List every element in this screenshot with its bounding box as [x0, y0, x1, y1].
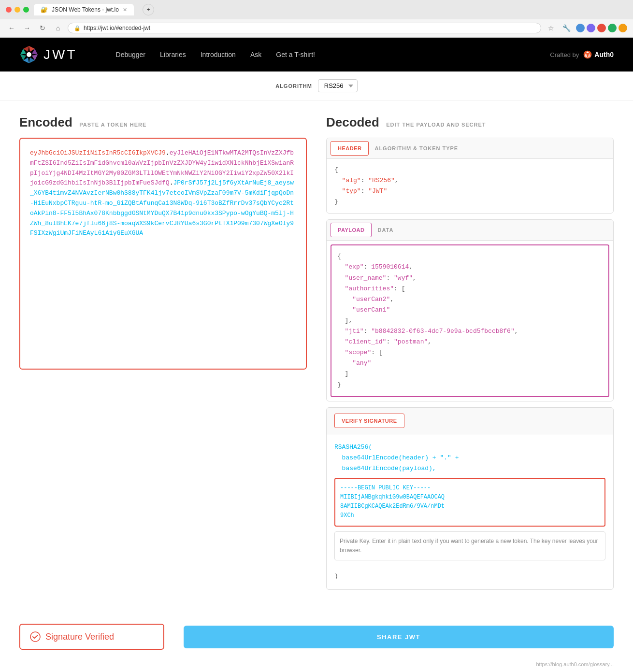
payload-auth-close: ],	[337, 317, 352, 324]
encoded-section: Encoded PASTE A TOKEN HERE eyJhbGciOiJSU…	[19, 115, 307, 590]
signature-verified-label: Signature Verified	[45, 632, 114, 642]
decoded-section-header: Decoded EDIT THE PAYLOAD AND SECRET	[326, 115, 614, 130]
key-line2: MIIBIjANBgkqhkiG9w0BAQEFAAOCAQ	[340, 494, 445, 500]
verify-section: VERIFY SIGNATURE RSASHA256( base64UrlEnc…	[326, 407, 614, 590]
auth0-text: Auth0	[594, 51, 614, 58]
browser-nav: ← → ↻ ⌂ 🔒 https://jwt.io/#encoded-jwt ☆ …	[0, 19, 633, 37]
nav-debugger[interactable]: Debugger	[116, 51, 146, 58]
refresh-btn[interactable]: ↻	[37, 22, 48, 34]
auth0-icon	[583, 50, 592, 59]
header-panel-content[interactable]: { "alg": "RS256", "typ": "JWT" }	[327, 159, 613, 213]
header-tab-bar: HEADER ALGORITHM & TOKEN TYPE	[327, 138, 613, 159]
payload-scope-val: "any"	[337, 359, 371, 367]
dot-1: .	[166, 149, 170, 157]
nav-libraries[interactable]: Libraries	[160, 51, 186, 58]
key-line4: 9XCh	[340, 512, 354, 519]
ext-icon-1	[576, 24, 585, 32]
header-json-brace-close: }	[334, 198, 338, 205]
new-tab-btn[interactable]: +	[143, 4, 154, 15]
decoded-subtitle: EDIT THE PAYLOAD AND SECRET	[386, 122, 486, 128]
minimize-window-btn[interactable]	[14, 7, 20, 13]
encoded-section-header: Encoded PASTE A TOKEN HERE	[19, 115, 307, 130]
forward-btn[interactable]: →	[21, 22, 33, 34]
jwt-nav-links: Debugger Libraries Introduction Ask Get …	[116, 51, 550, 58]
verify-note: Private Key. Enter it in plain text only…	[334, 531, 605, 560]
browser-titlebar: 🔐 JSON Web Tokens - jwt.io ✕ +	[0, 0, 633, 19]
ext-icon-2	[587, 24, 595, 32]
encoded-subtitle: PASTE A TOKEN HERE	[79, 122, 146, 128]
ext-icon-3	[597, 24, 606, 32]
payload-tab-subtitle: DATA	[374, 227, 393, 233]
payload-content-box[interactable]: { "exp": 1559010614, "user_name": "wyf",…	[331, 244, 609, 397]
extensions-btn[interactable]: 🔧	[561, 22, 572, 34]
payload-open-brace: {	[337, 253, 341, 260]
rsasha-fn: RSASHA256(	[334, 443, 372, 451]
payload-jti: "jti": "b8842832-0f63-4dc7-9e9a-bcd5fbcc…	[337, 328, 518, 335]
bookmark-btn[interactable]: ☆	[545, 22, 557, 34]
verify-header-bar: VERIFY SIGNATURE	[327, 408, 613, 434]
verify-line2: base64UrlEncode(payload),	[334, 465, 436, 472]
tab-title: JSON Web Tokens - jwt.io	[52, 6, 119, 13]
ext-icon-5	[619, 24, 627, 32]
jwt-navbar: JWT Debugger Libraries Introduction Ask …	[0, 38, 633, 71]
checkmark-icon	[30, 631, 41, 642]
share-jwt-btn[interactable]: SHARE JWT	[184, 626, 614, 648]
payload-tab-bar: PAYLOAD DATA	[327, 220, 613, 241]
lock-icon: 🔒	[74, 25, 81, 31]
header-typ-key: "typ": "JWT"	[334, 187, 387, 195]
signature-verified-btn[interactable]: Signature Verified	[19, 624, 164, 650]
payload-panel: PAYLOAD DATA { "exp": 1559010614, "user_…	[326, 219, 614, 401]
payload-tab[interactable]: PAYLOAD	[331, 223, 372, 237]
decoded-title: Decoded	[326, 115, 379, 129]
payload-close-brace: }	[337, 381, 341, 388]
home-btn[interactable]: ⌂	[52, 22, 64, 34]
payload-auth1: "userCan2",	[337, 296, 394, 303]
url-text: https://jwt.io/#encoded-jwt	[84, 25, 150, 31]
auth0-logo: Auth0	[583, 50, 614, 59]
encoded-box[interactable]: eyJhbGciOiJSUzI1NiIsInR5cCI6IkpXVCJ9.eyJ…	[19, 138, 307, 370]
algorithm-label: ALGORITHM	[275, 83, 312, 89]
header-tab-subtitle: ALGORITHM & TOKEN TYPE	[371, 145, 458, 151]
footer-hint-text: https://blog.auth0.com/glossary...	[536, 661, 614, 667]
address-bar[interactable]: 🔒 https://jwt.io/#encoded-jwt	[68, 23, 541, 33]
payload-client-id: "client_id": "postman",	[337, 338, 432, 345]
payload-scope: "scope": [	[337, 349, 383, 356]
encoded-title: Encoded	[19, 115, 72, 129]
traffic-lights	[6, 7, 29, 13]
nav-introduction[interactable]: Introduction	[201, 51, 236, 58]
browser-chrome: 🔐 JSON Web Tokens - jwt.io ✕ + ← → ↻ ⌂ 🔒…	[0, 0, 633, 38]
ext-icon-4	[608, 24, 617, 32]
verify-content: RSASHA256( base64UrlEncode(header) + "."…	[327, 434, 613, 590]
verify-close-paren: )	[334, 572, 338, 580]
algorithm-select[interactable]: HS256 HS384 HS512 RS256 RS384 RS512	[318, 79, 358, 92]
back-btn[interactable]: ←	[6, 22, 17, 34]
tab-favicon: 🔐	[41, 6, 48, 13]
jwt-logo-text: JWT	[43, 47, 77, 62]
close-window-btn[interactable]	[6, 7, 12, 13]
nav-tshirt[interactable]: Get a T-shirt!	[276, 51, 315, 58]
payload-scope-close: ]	[337, 370, 348, 377]
encoded-signature-part: JP0rSfJ57j2Lj5f6yXtArNuEj8_aeysw_X6YB4t1…	[30, 179, 294, 237]
crafted-by: Crafted by Auth0	[550, 50, 614, 59]
main-content: Encoded PASTE A TOKEN HERE eyJhbGciOiJSU…	[0, 100, 633, 604]
header-tab[interactable]: HEADER	[331, 141, 369, 156]
jwt-logo-icon	[19, 45, 39, 64]
header-panel: HEADER ALGORITHM & TOKEN TYPE { "alg": "…	[326, 138, 614, 214]
verify-tab[interactable]: VERIFY SIGNATURE	[334, 414, 404, 428]
key-line3: 8AMIIBCgKCAQEAk2EdRm6/9VA/nMDt	[340, 503, 445, 510]
crafted-by-label: Crafted by	[550, 51, 579, 58]
key-line1: -----BEGIN PUBLIC KEY-----	[340, 485, 431, 491]
bottom-bar: Signature Verified SHARE JWT	[0, 614, 633, 659]
footer-hint: https://blog.auth0.com/glossary...	[0, 659, 633, 672]
encoded-header-part: eyJhbGciOiJSUzI1NiIsInR5cCI6IkpXVCJ9	[30, 149, 166, 157]
svg-point-8	[27, 52, 31, 57]
tab-close-btn[interactable]: ✕	[123, 7, 127, 13]
jwt-logo: JWT	[19, 45, 77, 64]
payload-username: "user_name": "wyf",	[337, 274, 417, 282]
header-json-brace-open: {	[334, 166, 338, 173]
verify-key-box[interactable]: -----BEGIN PUBLIC KEY----- MIIBIjANBgkqh…	[334, 478, 605, 527]
payload-auth2: "userCan1"	[337, 306, 390, 314]
browser-tab[interactable]: 🔐 JSON Web Tokens - jwt.io ✕	[34, 4, 134, 15]
maximize-window-btn[interactable]	[23, 7, 29, 13]
nav-ask[interactable]: Ask	[250, 51, 261, 58]
